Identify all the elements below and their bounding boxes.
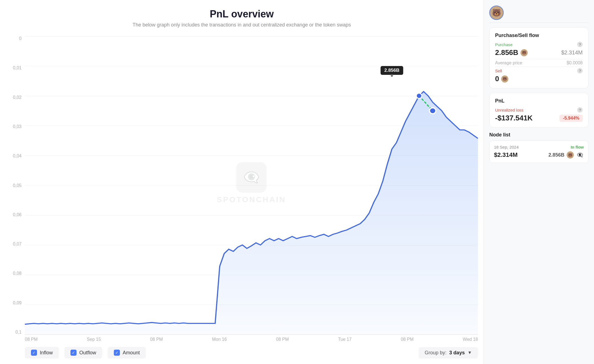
svg-point-1 [416, 93, 422, 99]
y-label-1: 0,01 [6, 65, 22, 70]
y-label-2: 0,02 [6, 95, 22, 100]
y-label-8: 0,08 [6, 271, 22, 276]
avg-price-label: Average price [495, 60, 522, 65]
main-container: PnL overview The below graph only includ… [0, 0, 594, 364]
y-label-0: 0 [6, 36, 22, 41]
inflow-label: Inflow [40, 350, 53, 356]
sell-label: Sell [495, 68, 502, 73]
sell-amount: 0 🐻 [495, 75, 583, 83]
page-title: PnL overview [6, 8, 478, 20]
sell-token-icon: 🐻 [501, 75, 508, 83]
node-item: 18 Sep, 2024 In flow $2.314M 2.856B 🐻 👁‍… [489, 141, 588, 163]
group-by-label: Group by: [425, 350, 446, 356]
purchase-usd-value: $2.314M [561, 49, 583, 56]
node-date-row: 18 Sep, 2024 In flow [494, 145, 584, 149]
chart-tooltip: 2.856B [380, 66, 403, 75]
group-by-selector[interactable]: Group by: 3 days ▼ [419, 347, 478, 358]
y-label-3: 0,03 [6, 124, 22, 129]
x-label-6: 08 PM [401, 337, 414, 342]
node-date: 18 Sep, 2024 [494, 145, 519, 149]
avatar: 🐻 [489, 6, 504, 20]
pnl-card: PnL Unrealized loss ? -$137.541K -5.944% [489, 93, 588, 128]
avg-price-value: $0.0008 [567, 60, 583, 65]
pnl-value: -$137.541K [495, 114, 533, 122]
purchase-help-icon[interactable]: ? [577, 42, 583, 47]
sidebar: 🐻 Purchase/Sell flow Purchase ? 2.856B 🐻… [483, 0, 594, 364]
purchase-amount-value: 2.856B [495, 48, 518, 57]
node-flow: In flow [571, 145, 584, 149]
amount-label: Amount [123, 350, 140, 356]
outflow-checkbox[interactable]: ✓ [70, 350, 77, 356]
purchase-sell-title: Purchase/Sell flow [495, 33, 583, 38]
y-label-7: 0,07 [6, 242, 22, 247]
node-list-title: Node list [489, 132, 588, 138]
chart-plot: 👁‍🗨 SPOTONCHAIN [25, 36, 478, 335]
x-label-3: Mon 16 [212, 337, 227, 342]
purchase-section-label: Purchase ? [495, 42, 583, 47]
y-label-9: 0,09 [6, 300, 22, 305]
y-label-4: 0,04 [6, 154, 22, 159]
chart-section: PnL overview The below graph only includ… [0, 0, 483, 364]
y-label-6: 0,06 [6, 212, 22, 217]
x-label-1: Sep 15 [87, 337, 101, 342]
avatar-section: 🐻 [489, 6, 588, 23]
eye-slash-icon[interactable]: 👁‍🗨 [576, 151, 584, 159]
divider [495, 67, 583, 67]
purchase-sell-card: Purchase/Sell flow Purchase ? 2.856B 🐻 $… [489, 27, 588, 88]
y-label-10: 0,1 [6, 330, 22, 335]
amount-checkbox[interactable]: ✓ [114, 350, 120, 356]
legend-amount[interactable]: ✓ Amount [108, 347, 146, 358]
node-token-amt: 2.856B [548, 152, 564, 158]
purchase-label: Purchase [495, 42, 512, 47]
x-label-4: 08 PM [276, 337, 289, 342]
outflow-label: Outflow [79, 350, 96, 356]
sell-amount-value: 0 [495, 75, 499, 83]
sell-help-icon[interactable]: ? [577, 68, 583, 73]
chevron-down-icon: ▼ [467, 350, 472, 355]
pnl-title: PnL [495, 98, 583, 104]
node-value-row: $2.314M 2.856B 🐻 👁‍🗨 [494, 151, 584, 159]
purchase-token-icon: 🐻 [521, 49, 528, 56]
node-token-icon: 🐻 [567, 151, 574, 159]
chart-wrapper: 0,1 0,09 0,08 0,07 0,06 0,05 0,04 0,03 0… [6, 36, 478, 358]
x-label-7: Wed 18 [463, 337, 478, 342]
chart-svg [25, 36, 478, 334]
x-label-0: 08 PM [25, 337, 38, 342]
node-list-section: Node list 18 Sep, 2024 In flow $2.314M 2… [489, 132, 588, 163]
purchase-amount: 2.856B 🐻 [495, 48, 528, 57]
x-label-5: Tue 17 [338, 337, 351, 342]
chart-area: 0,1 0,09 0,08 0,07 0,06 0,05 0,04 0,03 0… [6, 36, 478, 335]
legend-outflow[interactable]: ✓ Outflow [64, 347, 102, 358]
svg-point-2 [430, 108, 436, 114]
sell-section-label: Sell ? [495, 68, 583, 73]
avg-price-row: Average price $0.0008 [495, 59, 583, 65]
page-subtitle: The below graph only includes the transa… [6, 22, 478, 28]
pnl-badge: -5.944% [559, 115, 583, 122]
unrealized-loss-text: Unrealized loss [495, 108, 524, 112]
pnl-value-row: -$137.541K -5.944% [495, 114, 583, 122]
inflow-checkbox[interactable]: ✓ [31, 350, 37, 356]
x-axis: 08 PM Sep 15 08 PM Mon 16 08 PM Tue 17 0… [6, 335, 478, 342]
node-usd: $2.314M [494, 151, 518, 159]
y-axis: 0,1 0,09 0,08 0,07 0,06 0,05 0,04 0,03 0… [6, 36, 25, 335]
legend-bar: ✓ Inflow ✓ Outflow ✓ Amount Group by: 3 … [6, 342, 478, 358]
node-token-row: 2.856B 🐻 👁‍🗨 [548, 151, 584, 159]
y-label-5: 0,05 [6, 183, 22, 188]
group-by-value: 3 days [449, 350, 465, 356]
pnl-help-icon[interactable]: ? [577, 107, 583, 113]
x-label-2: 08 PM [150, 337, 163, 342]
purchase-value-row: 2.856B 🐻 $2.314M [495, 48, 583, 57]
legend-inflow[interactable]: ✓ Inflow [25, 347, 59, 358]
unrealized-loss-label: Unrealized loss ? [495, 107, 583, 113]
